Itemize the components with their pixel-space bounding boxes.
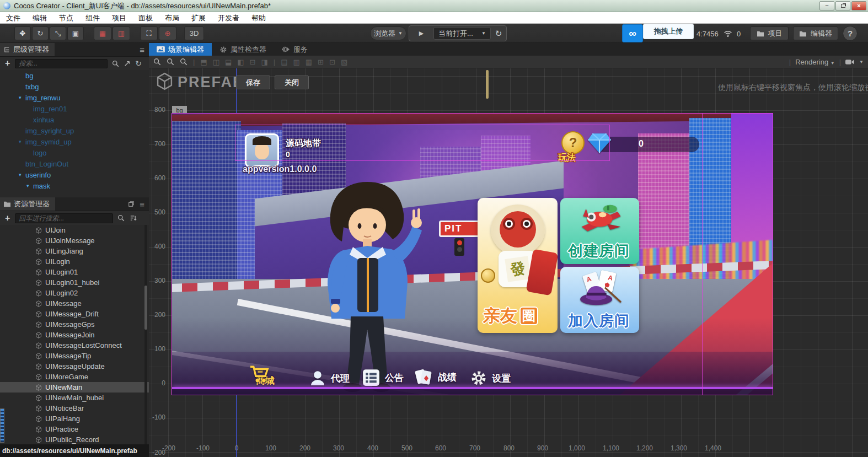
prefab-save-button[interactable]: 保存	[236, 76, 270, 89]
assets-search-input[interactable]	[15, 213, 113, 223]
camera-icon[interactable]	[845, 59, 855, 65]
scale-tool-button[interactable]: ⤡	[50, 26, 66, 40]
asset-item[interactable]: UIMoreGame	[0, 372, 149, 382]
align-bottom-icon[interactable]: ⬓	[225, 58, 232, 66]
distribute-top-icon[interactable]: ▤	[281, 58, 287, 66]
zoom-reset-icon[interactable]	[180, 58, 187, 66]
join-room-button[interactable]: 加入房间	[560, 267, 639, 333]
create-asset-button[interactable]: +	[0, 213, 15, 223]
zoom-out-icon[interactable]	[167, 58, 174, 66]
minimize-button[interactable]: −	[819, 1, 834, 10]
gizmo-toggle-button[interactable]: ⊕	[159, 26, 176, 40]
menu-developer[interactable]: 开发者	[212, 12, 245, 24]
open-scene-dropdown[interactable]: 当前打开...▼	[433, 27, 491, 40]
play-button[interactable]: ▶	[412, 27, 430, 40]
menu-extension[interactable]: 扩展	[185, 12, 212, 24]
asset-item[interactable]: UINewMain_hubei	[0, 393, 149, 403]
move-tool-button[interactable]: ✥	[14, 26, 31, 40]
refresh-preview-button[interactable]: ↻	[492, 27, 505, 40]
notice-menu-item[interactable]: 公告	[362, 368, 404, 387]
align-vcenter-icon[interactable]: ◫	[213, 58, 219, 66]
tab-service[interactable]: 服务	[274, 43, 315, 56]
align-hcenter-icon[interactable]: ⊟	[250, 58, 256, 66]
records-menu-item[interactable]: 战绩	[414, 367, 457, 387]
asset-item[interactable]: UIMessageUpdate	[0, 361, 149, 372]
asset-item[interactable]: UILogin01_hubei	[0, 277, 149, 288]
shop-menu-item[interactable]: 商城	[249, 360, 275, 387]
asset-item[interactable]: UIPublic_Record	[0, 434, 149, 444]
hierarchy-menu-icon[interactable]: ≡	[140, 45, 149, 55]
search-icon[interactable]	[117, 214, 125, 222]
distribute-hcenter-icon[interactable]: ⊡	[329, 58, 335, 66]
distribute-left-icon[interactable]: ⊞	[318, 58, 324, 66]
3d-mode-button[interactable]: 3D	[184, 26, 204, 40]
tree-node-userinfo[interactable]: ▾userinfo	[0, 169, 149, 180]
align-top-icon[interactable]: ⬒	[200, 58, 207, 66]
tree-node-bg[interactable]: bg	[0, 70, 149, 81]
help-button[interactable]: ?	[843, 26, 858, 41]
expand-arrow-icon[interactable]: ▾	[19, 95, 25, 100]
menu-layout[interactable]: 布局	[159, 12, 185, 24]
tab-scene-editor[interactable]: 场景编辑器	[149, 43, 212, 56]
drag-upload-tooltip[interactable]: 拖拽上传	[643, 24, 694, 39]
asset-item[interactable]: UINoticeBar	[0, 403, 149, 413]
tree-node-xinhua[interactable]: xinhua	[0, 114, 149, 125]
asset-item[interactable]: UIMessageGps	[0, 319, 149, 330]
expand-arrow-icon[interactable]: ▾	[19, 139, 25, 144]
search-icon[interactable]	[112, 60, 119, 67]
pivot-toggle-button[interactable]: ▦	[94, 26, 111, 40]
canvas-toggle-button[interactable]: ⛶	[140, 26, 158, 40]
menu-component[interactable]: 组件	[79, 12, 106, 24]
menu-edit[interactable]: 编辑	[26, 12, 53, 24]
assets-menu-icon[interactable]: ≡	[135, 200, 149, 209]
refresh-hierarchy-icon[interactable]: ↻	[135, 59, 142, 68]
asset-item[interactable]: UIJoinMessage	[0, 235, 149, 246]
asset-item[interactable]: UIJoin	[0, 225, 149, 235]
create-room-button[interactable]: 创建房间	[560, 198, 639, 264]
asset-item[interactable]: UILogin01	[0, 267, 149, 277]
tab-inspector[interactable]: 属性检查器	[212, 43, 274, 56]
asset-item[interactable]: UIMessageJoin	[0, 330, 149, 340]
tree-node-txbg[interactable]: txbg	[0, 81, 149, 92]
menu-panel[interactable]: 面板	[132, 12, 159, 24]
copy-panel-icon[interactable]	[128, 201, 135, 207]
zoom-in-icon[interactable]	[153, 58, 161, 66]
distribute-right-icon[interactable]: ▧	[341, 58, 347, 66]
local-toggle-button[interactable]: ▥	[112, 26, 130, 40]
tree-node-logo[interactable]: logo	[0, 147, 149, 158]
expand-arrow-icon[interactable]: ▾	[26, 183, 33, 189]
asset-item[interactable]: UILingJiang	[0, 246, 149, 256]
tree-node-img-renwu[interactable]: ▾img_renwu	[0, 92, 149, 103]
locate-node-icon[interactable]	[124, 60, 131, 67]
cocos-cloud-button[interactable]: ∞	[622, 24, 643, 42]
tree-node-img-ren01[interactable]: img_ren01	[0, 103, 149, 114]
align-left-icon[interactable]: ◧	[237, 58, 244, 66]
open-project-folder-button[interactable]: 项目	[750, 26, 789, 40]
distribute-vcenter-icon[interactable]: ▥	[293, 58, 299, 66]
menu-node[interactable]: 节点	[53, 12, 79, 24]
asset-item[interactable]: UIMessageLostConnect	[0, 340, 149, 351]
asset-item[interactable]: UILogin02	[0, 288, 149, 298]
assets-scrollbar-thumb[interactable]	[144, 286, 147, 330]
asset-item[interactable]: UIMessage	[0, 298, 149, 309]
rendering-dropdown[interactable]: Rendering ▼	[795, 58, 835, 66]
expand-arrow-icon[interactable]: ▾	[19, 172, 25, 178]
distribute-bottom-icon[interactable]: ▦	[306, 58, 312, 66]
create-node-button[interactable]: +	[0, 58, 15, 68]
rect-tool-button[interactable]: ▣	[67, 26, 84, 40]
open-editor-folder-button[interactable]: 编辑器	[793, 26, 838, 40]
game-scene-canvas[interactable]: PIT	[172, 113, 773, 395]
tree-node-btn-loginout[interactable]: btn_LoginOut	[0, 158, 149, 169]
restore-button[interactable]	[835, 1, 850, 10]
asset-item[interactable]: UIMessageTip	[0, 351, 149, 361]
align-right-icon[interactable]: ◨	[261, 58, 267, 66]
asset-item[interactable]: UIPaiHang	[0, 413, 149, 424]
asset-item[interactable]: UILogin	[0, 256, 149, 267]
preview-target-dropdown[interactable]: 浏览器▼	[370, 26, 406, 40]
asset-item-selected[interactable]: UINewMain	[0, 382, 149, 393]
chevron-down-icon[interactable]: ▼	[859, 60, 864, 64]
menu-help[interactable]: 帮助	[245, 12, 272, 24]
hierarchy-search-input[interactable]	[15, 59, 108, 68]
friends-circle-button[interactable]: 發 亲友 圈	[478, 198, 558, 333]
assets-tab[interactable]: 资源管理器	[0, 197, 55, 211]
